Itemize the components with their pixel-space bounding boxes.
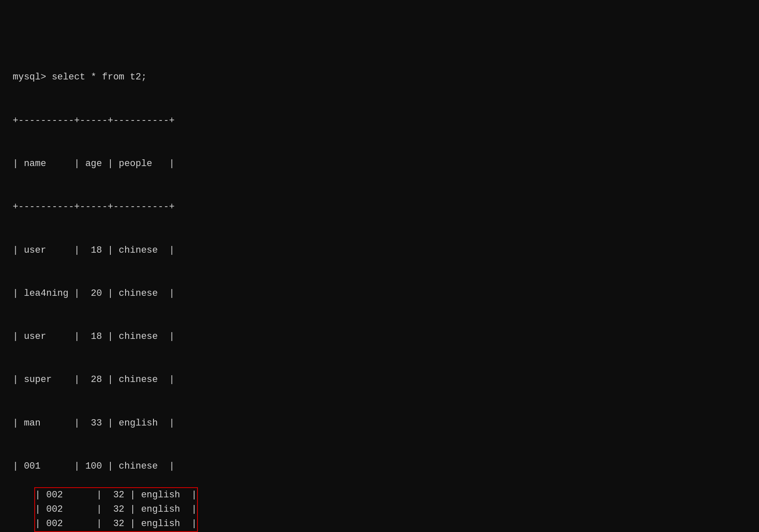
table-row: | lea4ning | 20 | chinese |	[13, 286, 746, 301]
table-row: | 001 | 100 | chinese |	[13, 459, 746, 474]
table-row: | user | 18 | chinese |	[13, 243, 746, 258]
table-row: | user | 18 | chinese |	[13, 330, 746, 344]
terminal-window: mysql> select * from t2; +----------+---…	[13, 13, 746, 532]
table-row: | super | 28 | chinese |	[13, 373, 746, 387]
prompt-1: mysql> select * from t2;	[13, 70, 746, 85]
table-row: | man | 33 | english |	[13, 416, 746, 431]
table-row-highlighted-3: | 002 | 32 | english |	[35, 517, 197, 531]
table-header-1: | name | age | people |	[13, 157, 746, 171]
table-row-highlighted-2: | 002 | 32 | english |	[35, 502, 197, 517]
table-row-highlighted-1: | 002 | 32 | english |	[35, 488, 197, 502]
table-border-top-1: +----------+-----+----------+	[13, 114, 746, 128]
block1: mysql> select * from t2; +----------+---…	[13, 41, 746, 532]
table-border-mid-1: +----------+-----+----------+	[13, 200, 746, 214]
